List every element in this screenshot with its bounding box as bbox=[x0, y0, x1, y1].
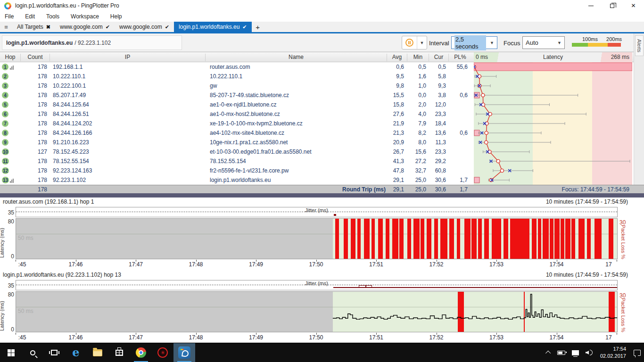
col-header-avg[interactable]: Avg bbox=[387, 54, 407, 61]
table-row-hop-11[interactable]: 1117878.152.55.15478.152.55.15441,327,22… bbox=[0, 156, 473, 166]
col-header-count[interactable]: Count bbox=[21, 54, 50, 61]
menu-item-file[interactable]: File bbox=[5, 13, 14, 20]
cell-cur: 13,6 bbox=[429, 130, 446, 136]
tab-login-p1-worldoftanks-eu[interactable]: login.p1.worldoftanks.eu✔ bbox=[174, 22, 252, 32]
chrome-button[interactable] bbox=[130, 343, 152, 362]
pingplotter-taskbar-button[interactable] bbox=[173, 343, 195, 362]
table-row-hop-6[interactable]: 617884.244.126.51ae1-0-mx-host2.bluetone… bbox=[0, 109, 473, 119]
time-axis[interactable]: :4517:4617:4717:4817:4917:5017:5117:5217… bbox=[16, 333, 618, 341]
cell-cur: 60,8 bbox=[429, 167, 446, 174]
y-axis-min: 0 bbox=[4, 326, 14, 333]
table-row-hop-4[interactable]: 417885.207.17.4985-207-17-49.static.blue… bbox=[0, 90, 473, 100]
y-axis-max: 80 bbox=[4, 218, 14, 225]
tab-list-menu-icon[interactable]: ≡ bbox=[0, 22, 12, 32]
time-tick-label: 17:52 bbox=[429, 261, 443, 268]
network-tray-button[interactable] bbox=[569, 343, 582, 362]
latency-timeline-plot[interactable]: 50 ms bbox=[16, 291, 618, 332]
packet-loss-bar bbox=[449, 219, 454, 259]
alerts-label: Alerts bbox=[636, 39, 642, 52]
cell-name: login.p1.worldoftanks.eu bbox=[210, 177, 384, 183]
time-tick-label: 17:46 bbox=[68, 261, 83, 268]
cell-ip: 78.152.45.223 bbox=[53, 148, 204, 155]
timeline-shown-icon bbox=[10, 66, 14, 70]
packet-loss-bar bbox=[372, 219, 375, 259]
file-explorer-button[interactable] bbox=[87, 343, 108, 362]
col-header-min[interactable]: Min bbox=[407, 54, 429, 61]
latency-timeline-plot[interactable]: 50 ms bbox=[16, 218, 618, 259]
start-button[interactable] bbox=[0, 343, 22, 362]
new-tab-button[interactable]: + bbox=[252, 22, 264, 32]
table-row-hop-5[interactable]: 517884.244.125.64ae1-0-ex-njdl1.bluetone… bbox=[0, 100, 473, 109]
edge-button[interactable]: e bbox=[65, 343, 87, 362]
table-row-hop-3[interactable]: 317810.222.100.1gw9,81,09,3 bbox=[0, 81, 473, 90]
table-row-hop-12[interactable]: 1217892.223.124.163fr2-n5596-fe-1-vl231.… bbox=[0, 166, 473, 175]
cell-avg: 29,1 bbox=[387, 177, 404, 183]
table-row-hop-10[interactable]: 1012778.152.45.223et-10-03-00.edge01.fra… bbox=[0, 147, 473, 156]
volume-tray-button[interactable] bbox=[582, 343, 596, 362]
cell-min: 1,0 bbox=[407, 82, 426, 89]
time-tick-label: 17:49 bbox=[249, 261, 263, 268]
cell-avg: 20,9 bbox=[387, 139, 404, 146]
menu-item-tools[interactable]: Tools bbox=[46, 13, 59, 20]
packet-loss-bar bbox=[413, 219, 420, 259]
minimize-button[interactable] bbox=[580, 0, 602, 11]
packet-loss-bar bbox=[364, 219, 369, 259]
menu-item-help[interactable]: Help bbox=[110, 13, 122, 20]
tab-www-google-com[interactable]: www.google.com✔ bbox=[115, 22, 174, 32]
battery-tray-button[interactable] bbox=[554, 343, 569, 362]
target-address-box[interactable]: login.p1.worldoftanks.eu / 92.223.1.102 bbox=[2, 35, 182, 50]
focus-select[interactable]: Auto ▼ bbox=[522, 36, 565, 49]
col-header-hop[interactable]: Hop bbox=[0, 54, 21, 61]
table-row-hop-7[interactable]: 717884.244.124.202xe-19-1-0-100-mx-tvpm2… bbox=[0, 119, 473, 128]
taskbar-search-button[interactable] bbox=[22, 343, 43, 362]
store-button[interactable] bbox=[108, 343, 130, 362]
menu-item-workspace[interactable]: Workspace bbox=[71, 13, 99, 20]
time-axis[interactable]: :4517:4617:4717:4817:4917:5017:5117:5217… bbox=[16, 260, 618, 268]
speaker-wave-icon bbox=[590, 350, 593, 355]
latency-column-header: 0 ms Latency 268 ms bbox=[474, 52, 632, 62]
cell-cur: 12,0 bbox=[429, 101, 446, 108]
table-row-hop-2[interactable]: 217810.222.110.110.222.110.19,51,65,8 bbox=[0, 72, 473, 81]
cell-pl: 1,7 bbox=[449, 177, 468, 183]
action-center-icon bbox=[634, 350, 641, 356]
packet-loss-bar bbox=[565, 219, 570, 259]
col-header-name[interactable]: Name bbox=[206, 54, 387, 61]
taskbar-clock[interactable]: 17:54 02.02.2017 bbox=[596, 346, 630, 360]
tray-expand-button[interactable] bbox=[544, 343, 554, 362]
drweb-button[interactable]: ✳ bbox=[152, 343, 173, 362]
action-center-button[interactable] bbox=[630, 343, 644, 362]
task-view-button[interactable] bbox=[43, 343, 65, 362]
cell-cur: 5,8 bbox=[429, 73, 446, 80]
pause-dropdown-button[interactable]: ▼ bbox=[417, 36, 427, 49]
cell-min: 1,6 bbox=[407, 73, 426, 80]
cell-min: 8,2 bbox=[407, 130, 426, 136]
col-header-ip[interactable]: IP bbox=[50, 54, 206, 61]
folder-icon bbox=[93, 349, 102, 356]
cell-count: 178 bbox=[21, 64, 47, 70]
table-row-hop-9[interactable]: 917891.210.16.22310ge-nix.r1.pra1.cz.as5… bbox=[0, 138, 473, 147]
tab-close-icon[interactable]: ✖ bbox=[46, 24, 50, 30]
tab-www-google-com[interactable]: www.google.com✔ bbox=[55, 22, 115, 32]
cell-ip: 10.222.110.1 bbox=[53, 73, 204, 80]
alerts-tab[interactable]: Alerts bbox=[635, 35, 644, 56]
pane-splitter[interactable] bbox=[0, 193, 644, 197]
time-tick-label: 17:49 bbox=[249, 334, 263, 341]
y-axis-label: Latency (ms) bbox=[0, 220, 5, 258]
close-button[interactable]: ✕ bbox=[623, 0, 644, 11]
cell-avg: 9,5 bbox=[387, 73, 404, 80]
col-header-cur[interactable]: Cur bbox=[429, 54, 449, 61]
cell-count: 127 bbox=[21, 148, 47, 155]
table-row-hop-8[interactable]: 817884.244.126.166ae4-102-mx-site4.bluet… bbox=[0, 128, 473, 138]
menu-item-edit[interactable]: Edit bbox=[25, 13, 35, 20]
cell-min: 8,0 bbox=[407, 139, 426, 146]
pause-button[interactable] bbox=[402, 36, 417, 49]
tab-all-targets[interactable]: All Targets✖ bbox=[12, 22, 55, 32]
col-header-pl[interactable]: PL% bbox=[449, 54, 471, 61]
table-row-hop-1[interactable]: 1178192.168.1.1router.asus.com0,60,50,55… bbox=[0, 62, 473, 72]
y-axis-max: 80 bbox=[4, 291, 14, 298]
cell-name: 10.222.110.1 bbox=[210, 73, 384, 80]
restore-button[interactable] bbox=[602, 0, 623, 11]
table-row-hop-13[interactable]: 1317892.223.1.102login.p1.worldoftanks.e… bbox=[0, 175, 473, 185]
cell-cur: 23,3 bbox=[429, 111, 446, 117]
interval-select[interactable]: 2,5 seconds ▼ bbox=[451, 36, 497, 49]
